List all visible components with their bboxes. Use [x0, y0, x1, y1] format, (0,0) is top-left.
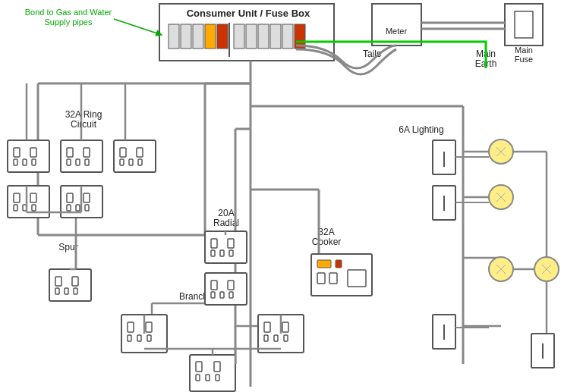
- svg-rect-8: [270, 24, 281, 49]
- cooker-label: 32A: [318, 227, 334, 237]
- svg-rect-1: [181, 24, 191, 49]
- branch-label: Branch: [179, 291, 208, 302]
- svg-rect-3: [205, 24, 216, 49]
- consumer-unit-label: Consumer Unit / Fuse Box: [187, 8, 310, 19]
- svg-text:Supply pipes: Supply pipes: [45, 17, 93, 27]
- ring-circuit-label: 32A Ring: [65, 109, 102, 120]
- svg-rect-0: [169, 24, 179, 49]
- wiring-diagram: Consumer Unit / Fuse Box Meter Main Fuse…: [0, 0, 583, 392]
- svg-rect-2: [193, 24, 203, 49]
- svg-line-16: [114, 19, 159, 34]
- main-fuse-label: Main: [515, 45, 533, 55]
- svg-rect-7: [258, 24, 269, 49]
- svg-rect-4: [217, 24, 228, 49]
- bond-label: Bond to Gas and Water: [25, 8, 112, 17]
- socket-branch-3: [190, 355, 235, 391]
- svg-text:Circuit: Circuit: [71, 119, 97, 130]
- svg-rect-99: [317, 260, 331, 268]
- svg-rect-9: [282, 24, 293, 49]
- svg-rect-6: [246, 24, 257, 49]
- lighting-label: 6A Lighting: [399, 124, 443, 135]
- svg-rect-12: [515, 11, 533, 38]
- meter-label: Meter: [386, 27, 407, 36]
- radial-label: 20A: [218, 208, 234, 218]
- svg-rect-100: [336, 260, 342, 268]
- svg-text:Cooker: Cooker: [312, 237, 342, 247]
- meter-box: [372, 4, 421, 45]
- svg-text:Fuse: Fuse: [515, 55, 533, 64]
- svg-rect-5: [234, 24, 244, 49]
